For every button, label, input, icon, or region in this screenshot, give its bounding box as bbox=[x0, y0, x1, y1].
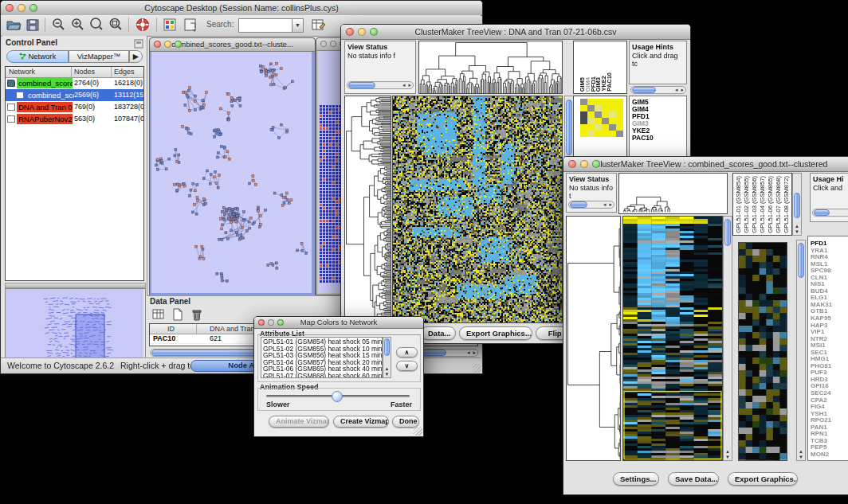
matrix-cell bbox=[616, 99, 623, 105]
minimize-button[interactable] bbox=[18, 4, 26, 12]
close-button[interactable] bbox=[346, 28, 354, 36]
tv2-heatmap-vscrollbar[interactable]: ▲▼ bbox=[723, 216, 732, 461]
search-dropdown-arrow-icon[interactable]: ▼ bbox=[292, 18, 304, 33]
zoom-selected-icon[interactable] bbox=[108, 17, 124, 33]
view-status-hscrollbar[interactable]: ◂ ▸ bbox=[347, 81, 414, 89]
tv1-right-hscrollbar[interactable]: ◂ ▸ bbox=[630, 86, 686, 94]
network-list-row[interactable]: DNA and Tran 07769(0)183728(0) bbox=[6, 101, 143, 113]
matrix-cell bbox=[587, 124, 595, 131]
scrollbar-thumb[interactable] bbox=[384, 338, 390, 356]
export-graphics-button[interactable]: Export Graphics... bbox=[728, 472, 798, 486]
slower-label: Slower bbox=[266, 400, 290, 408]
dialog-titlebar[interactable]: Map Colors to Network bbox=[254, 317, 423, 329]
create-vizmap-button[interactable]: Create Vizmap bbox=[333, 416, 389, 428]
view-status-hscrollbar[interactable]: ◂ ▸ bbox=[568, 201, 614, 209]
zoom-button[interactable] bbox=[277, 319, 284, 326]
close-button[interactable] bbox=[568, 160, 576, 168]
scrollbar-thumb[interactable] bbox=[794, 193, 800, 218]
network-overview[interactable] bbox=[5, 288, 146, 368]
zoom-fit-icon[interactable] bbox=[88, 17, 104, 33]
tv1-heatmap[interactable] bbox=[392, 96, 563, 323]
tv2-heatmap[interactable] bbox=[622, 216, 723, 461]
resize-grip[interactable] bbox=[473, 364, 481, 373]
vizmapper-icon[interactable] bbox=[162, 17, 178, 33]
tab-vizmapper-label: VizMapper™ bbox=[77, 52, 121, 61]
close-button[interactable] bbox=[258, 319, 265, 326]
tv2-view-status: View Status No status info t ◂ ▸ bbox=[566, 173, 617, 213]
matrix-cell bbox=[609, 111, 616, 118]
speed-slider-thumb[interactable] bbox=[332, 391, 343, 402]
new-attribute-icon[interactable] bbox=[171, 307, 185, 325]
move-up-button[interactable]: ∧ bbox=[396, 347, 418, 357]
scrollbar-thumb[interactable] bbox=[814, 209, 830, 216]
minimize-button[interactable] bbox=[580, 160, 588, 168]
tv1-column-dendrogram[interactable] bbox=[418, 41, 563, 94]
minimize-button[interactable] bbox=[330, 41, 336, 47]
tab-overflow-button[interactable]: ▶ bbox=[129, 50, 143, 63]
matrix-cell bbox=[609, 99, 616, 105]
delete-attribute-icon[interactable] bbox=[190, 307, 204, 325]
scrollbar-thumb[interactable] bbox=[566, 100, 572, 155]
network-table-header[interactable]: Network Nodes Edges bbox=[6, 67, 143, 78]
attribute-browser-icon[interactable] bbox=[310, 17, 326, 33]
help-lifering-icon[interactable] bbox=[135, 17, 151, 33]
tv2-column-label: GPL51-02 (GSM855) bbox=[743, 176, 750, 233]
move-down-button[interactable]: ∨ bbox=[396, 361, 418, 371]
treeview1-titlebar[interactable]: ClusterMaker TreeView : DNA and Tran 07-… bbox=[341, 25, 690, 40]
close-button[interactable] bbox=[154, 41, 161, 48]
tv2-zoom-heatmap[interactable] bbox=[738, 242, 787, 461]
scrollbar-thumb[interactable] bbox=[348, 82, 375, 88]
attribute-list-item[interactable]: GPL51-07 (GSM868) heat shock 60 min bbox=[263, 373, 382, 378]
scrollbar-thumb[interactable] bbox=[570, 201, 587, 208]
close-button[interactable] bbox=[320, 41, 327, 47]
attribute-list-scrollbar[interactable]: ▲▼ bbox=[383, 337, 391, 378]
network-list-row[interactable]: combined_sco2569(6)13112(15) bbox=[6, 89, 143, 101]
minimize-button[interactable] bbox=[268, 319, 274, 326]
network-view-1-titlebar[interactable]: combined_scores_good.txt--cluste... bbox=[150, 38, 315, 52]
tv2-column-dendrogram[interactable] bbox=[618, 173, 728, 214]
tv2-column-label: GPL51-06 (GSM865) bbox=[767, 176, 774, 233]
network-canvas-1[interactable] bbox=[151, 52, 312, 293]
matrix-cell bbox=[609, 131, 616, 137]
tab-network[interactable]: Network bbox=[6, 50, 69, 63]
open-file-icon[interactable] bbox=[6, 17, 22, 33]
save-data-button[interactable]: Save Data... bbox=[668, 472, 719, 486]
zoom-button[interactable] bbox=[175, 41, 182, 48]
snapshot-icon[interactable] bbox=[183, 17, 198, 33]
save-data-button[interactable]: Data... bbox=[421, 326, 456, 340]
tv2-row-dendrogram[interactable] bbox=[566, 216, 621, 461]
tv2-column-label: GPL51-04 (GSM857) bbox=[759, 176, 766, 233]
treeview2-titlebar[interactable]: ClusterMaker TreeView : combined_scores_… bbox=[563, 157, 848, 172]
cytoscape-titlebar[interactable]: Cytoscape Desktop (Session Name: collins… bbox=[1, 1, 482, 16]
tab-vizmapper[interactable]: VizMapper™ bbox=[69, 50, 129, 63]
done-button[interactable]: Done bbox=[392, 416, 419, 428]
save-icon[interactable] bbox=[25, 17, 41, 33]
scrollbar-thumb[interactable] bbox=[798, 243, 804, 278]
minimize-button[interactable] bbox=[164, 41, 171, 48]
zoom-out-icon[interactable] bbox=[50, 17, 66, 33]
control-panel-title: Control Panel bbox=[6, 38, 57, 47]
network-list-row[interactable]: RNAPuberNov2+563(0)107847(0) bbox=[6, 113, 143, 125]
scrollbar-thumb[interactable] bbox=[632, 87, 656, 93]
attribute-list[interactable]: GPL51-01 (GSM854) heat shock 05 minGPL51… bbox=[261, 337, 383, 378]
zoom-button[interactable] bbox=[370, 28, 378, 36]
tv2-labels-vscrollbar[interactable]: ▲▼ bbox=[792, 173, 802, 236]
zoom-button[interactable] bbox=[592, 160, 600, 168]
zoom-in-icon[interactable] bbox=[69, 17, 85, 33]
resize-grip[interactable] bbox=[414, 427, 422, 436]
select-attributes-icon[interactable] bbox=[151, 307, 166, 325]
export-graphics-button[interactable]: Export Graphics... bbox=[459, 326, 532, 340]
network-list-row[interactable]: combined_scores2764(0)16218(0) bbox=[6, 77, 143, 89]
view-status-text: No status info t bbox=[569, 184, 613, 201]
zoom-button[interactable] bbox=[29, 4, 37, 12]
tv1-row-dendrogram[interactable] bbox=[344, 96, 391, 323]
usage-hints-hscrollbar[interactable] bbox=[812, 209, 848, 217]
close-button[interactable] bbox=[6, 4, 14, 12]
usage-hints-title: Usage Hints bbox=[632, 43, 673, 51]
scrollbar-thumb[interactable] bbox=[724, 219, 731, 246]
settings-button[interactable]: Settings... bbox=[613, 472, 659, 486]
minimize-button[interactable] bbox=[358, 28, 366, 36]
animate-vizmap-button[interactable]: Animate Vizmap bbox=[269, 416, 329, 428]
tv2-genelist-vscrollbar[interactable]: ▲▼ bbox=[796, 240, 806, 461]
panel-splitter[interactable] bbox=[5, 283, 146, 288]
